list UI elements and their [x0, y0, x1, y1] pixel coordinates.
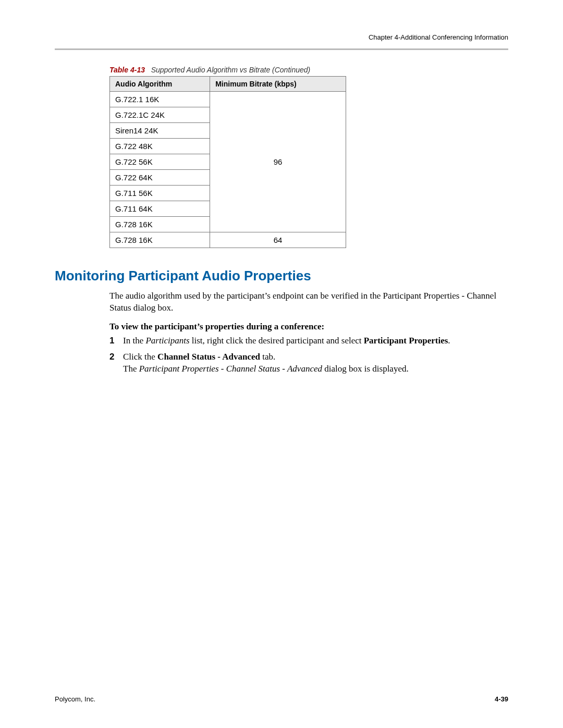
- header-rule: [55, 48, 508, 50]
- section-heading: Monitoring Participant Audio Properties: [55, 268, 508, 284]
- th-bitrate: Minimum Bitrate (kbps): [210, 77, 346, 92]
- step-1: 1 In the Participants list, right click …: [109, 335, 503, 347]
- procedure-subhead: To view the participant’s properties dur…: [109, 322, 503, 332]
- step-number: 1: [109, 335, 123, 347]
- step-number: 2: [109, 351, 123, 375]
- th-algorithm: Audio Algorithm: [110, 77, 210, 92]
- footer-page-number: 4-39: [495, 695, 508, 703]
- cell-algorithm: G.728 16K: [110, 217, 210, 232]
- audio-table: Audio Algorithm Minimum Bitrate (kbps) G…: [109, 76, 346, 248]
- text: list, right click the desired participan…: [190, 336, 364, 346]
- table-row: G.728 16K 64: [110, 232, 346, 248]
- body-text: The audio algorithm used by the particip…: [109, 290, 503, 375]
- text: In the: [123, 336, 145, 346]
- text: tab.: [260, 352, 275, 362]
- text: .: [448, 336, 450, 346]
- page-footer: Polycom, Inc. 4-39: [55, 695, 508, 703]
- page: Chapter 4-Additional Conferencing Inform…: [0, 0, 563, 728]
- text: The: [123, 364, 139, 374]
- cell-algorithm: Siren14 24K: [110, 123, 210, 139]
- cell-bitrate-group1: 96: [210, 92, 346, 232]
- cell-algorithm: G.722 64K: [110, 170, 210, 186]
- cell-bitrate: 64: [210, 232, 346, 248]
- text-bold: Participant Properties: [364, 336, 448, 346]
- chapter-header: Chapter 4-Additional Conferencing Inform…: [55, 33, 508, 46]
- table-block: Table 4-13 Supported Audio Algorithm vs …: [109, 66, 508, 248]
- step-content: Click the Channel Status - Advanced tab.…: [123, 351, 503, 375]
- text-italic: Participant Properties - Channel Status …: [139, 364, 322, 374]
- cell-algorithm: G.711 56K: [110, 186, 210, 201]
- cell-algorithm: G.711 64K: [110, 201, 210, 217]
- intro-paragraph: The audio algorithm used by the particip…: [109, 290, 503, 314]
- cell-algorithm: G.722 48K: [110, 139, 210, 154]
- text-italic: Participants: [145, 336, 189, 346]
- text: Click the: [123, 352, 157, 362]
- cell-algorithm: G.722 56K: [110, 154, 210, 170]
- step-2: 2 Click the Channel Status - Advanced ta…: [109, 351, 503, 375]
- table-desc: Supported Audio Algorithm vs Bitrate (Co…: [151, 66, 311, 74]
- table-label: Table 4-13: [109, 66, 145, 74]
- table-caption: Table 4-13 Supported Audio Algorithm vs …: [109, 66, 508, 74]
- table-row: G.722.1 16K 96: [110, 92, 346, 107]
- cell-algorithm: G.728 16K: [110, 232, 210, 248]
- text-bold: Channel Status - Advanced: [157, 352, 260, 362]
- cell-algorithm: G.722.1C 24K: [110, 107, 210, 123]
- text: dialog box is displayed.: [322, 364, 409, 374]
- footer-company: Polycom, Inc.: [55, 695, 95, 703]
- step-content: In the Participants list, right click th…: [123, 335, 503, 347]
- cell-algorithm: G.722.1 16K: [110, 92, 210, 107]
